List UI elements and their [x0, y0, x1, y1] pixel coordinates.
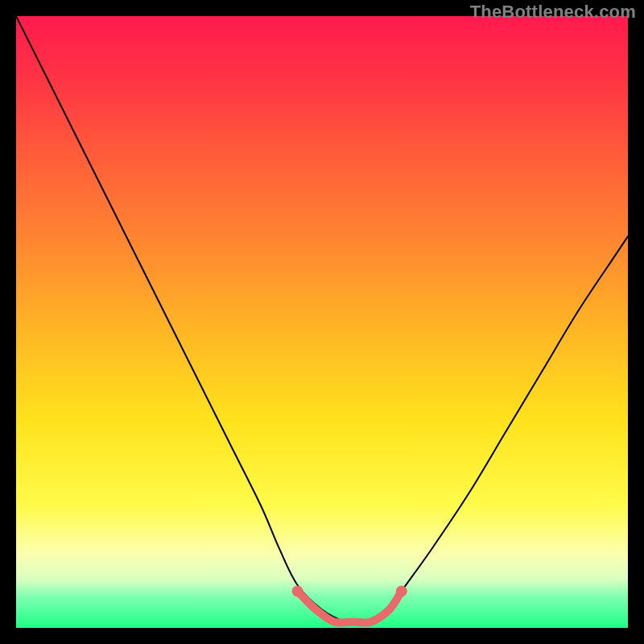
watermark-text: TheBottleneck.com: [470, 2, 636, 23]
plot-area: [16, 16, 628, 628]
heat-gradient-background: [16, 16, 628, 628]
chart-container: TheBottleneck.com: [0, 0, 644, 644]
